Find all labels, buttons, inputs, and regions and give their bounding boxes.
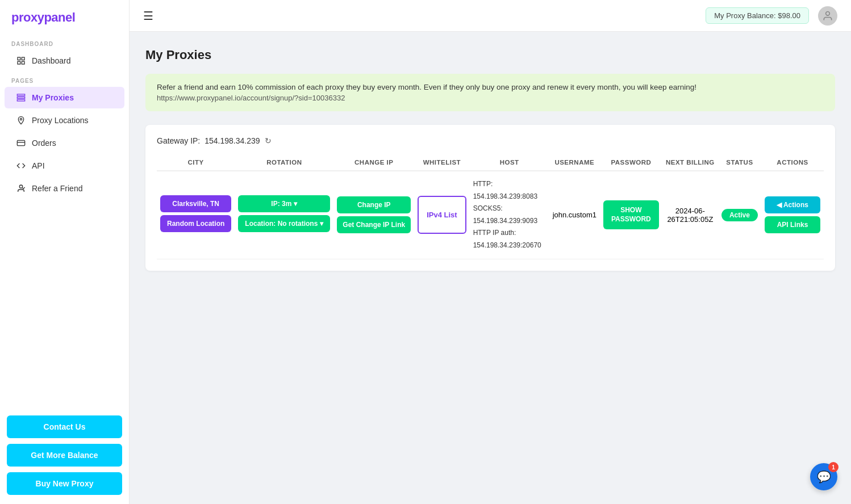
- sidebar-item-refer[interactable]: Refer a Friend: [5, 178, 124, 199]
- dashboard-icon: [16, 56, 26, 66]
- username-value: john.custom1: [553, 211, 596, 219]
- chat-icon: 💬: [817, 470, 831, 484]
- sidebar-item-proxy-locations[interactable]: Proxy Locations: [5, 110, 124, 131]
- sidebar-refer-label: Refer a Friend: [32, 184, 82, 193]
- actions-cell: ◀ Actions API Links: [761, 171, 824, 259]
- col-change-ip: CHANGE IP: [333, 154, 414, 171]
- show-password-button[interactable]: SHOW PASSWORD: [603, 200, 659, 229]
- svg-point-9: [19, 185, 22, 188]
- proxy-card: Gateway IP: 154.198.34.239 ↻ CITY ROTATI…: [145, 125, 835, 271]
- col-whitelist: WHITELIST: [414, 154, 469, 171]
- col-username: USERNAME: [549, 154, 600, 171]
- gateway-label: Gateway IP:: [157, 136, 200, 145]
- rotation-location-label: Location: No rotations: [245, 220, 318, 228]
- sidebar-item-my-proxies[interactable]: My Proxies: [5, 87, 124, 108]
- svg-rect-2: [18, 61, 20, 64]
- get-change-ip-link-button[interactable]: Get Change IP Link: [337, 216, 411, 233]
- svg-rect-0: [18, 57, 20, 60]
- orders-icon: [16, 138, 26, 148]
- get-more-balance-button[interactable]: Get More Balance: [7, 444, 122, 467]
- svg-rect-1: [22, 57, 24, 60]
- ipv4-list-button[interactable]: IPv4 List: [418, 196, 466, 234]
- password-cell: SHOW PASSWORD: [600, 171, 662, 259]
- referral-banner: Refer a friend and earn 10% commission o…: [145, 74, 835, 111]
- col-host: HOST: [470, 154, 549, 171]
- sidebar-item-api[interactable]: API: [5, 155, 124, 177]
- username-cell: john.custom1: [549, 171, 600, 259]
- chat-badge: 1: [828, 462, 839, 472]
- svg-rect-8: [17, 140, 24, 145]
- table-row: Clarksville, TN Random Location IP: 3m ▾…: [157, 171, 824, 259]
- svg-rect-6: [17, 99, 24, 101]
- section-label-dashboard: DASHBOARD: [0, 35, 129, 49]
- col-status: STATUS: [718, 154, 761, 171]
- referral-link[interactable]: https://www.proxypanel.io/account/signup…: [157, 94, 824, 102]
- main-content: ☰ My Proxy Balance: $98.00 My Proxies Re…: [130, 0, 851, 504]
- host-http: HTTP: 154.198.34.239:8083: [473, 178, 546, 203]
- sidebar-my-proxies-label: My Proxies: [32, 93, 74, 102]
- gateway-ip: 154.198.34.239: [205, 136, 260, 145]
- city-secondary-button[interactable]: Random Location: [160, 215, 231, 232]
- proxy-locations-icon: [16, 115, 26, 125]
- buy-new-proxy-button[interactable]: Buy New Proxy: [7, 472, 122, 495]
- avatar[interactable]: [818, 6, 837, 26]
- rotation-ip-chevron: ▾: [294, 200, 297, 208]
- svg-point-7: [20, 118, 22, 120]
- city-cell: Clarksville, TN Random Location: [157, 171, 235, 259]
- change-ip-cell: Change IP Get Change IP Link: [333, 171, 414, 259]
- actions-button[interactable]: ◀ Actions: [765, 196, 820, 213]
- sidebar-api-label: API: [32, 161, 45, 170]
- col-city: CITY: [157, 154, 235, 171]
- chat-bubble[interactable]: 💬 1: [810, 463, 837, 490]
- rotation-location-button[interactable]: Location: No rotations ▾: [238, 215, 330, 232]
- host-http-auth: HTTP IP auth: 154.198.34.239:20670: [473, 227, 546, 251]
- referral-text: Refer a friend and earn 10% commission o…: [157, 83, 824, 91]
- contact-us-button[interactable]: Contact Us: [7, 415, 122, 438]
- sidebar-proxy-locations-label: Proxy Locations: [32, 116, 89, 125]
- hamburger-button[interactable]: ☰: [143, 9, 153, 23]
- sidebar-orders-label: Orders: [32, 138, 56, 148]
- sidebar-item-dashboard[interactable]: Dashboard: [5, 50, 124, 72]
- balance-badge[interactable]: My Proxy Balance: $98.00: [706, 7, 809, 24]
- col-password: PASSWORD: [600, 154, 662, 171]
- col-next-billing: NEXT BILLING: [662, 154, 718, 171]
- host-cell: HTTP: 154.198.34.239:8083 SOCKS5: 154.19…: [470, 171, 549, 259]
- sidebar: proxypanel DASHBOARD Dashboard PAGES My …: [0, 0, 130, 504]
- gateway-header: Gateway IP: 154.198.34.239 ↻: [157, 136, 824, 145]
- rotation-ip-label: IP: 3m: [271, 200, 291, 208]
- status-cell: Active: [718, 171, 761, 259]
- svg-rect-5: [17, 97, 24, 99]
- table-header: CITY ROTATION CHANGE IP WHITELIST HOST U…: [157, 154, 824, 171]
- status-badge: Active: [721, 209, 758, 221]
- my-proxies-icon: [16, 93, 26, 103]
- sidebar-item-orders[interactable]: Orders: [5, 132, 124, 154]
- svg-point-10: [826, 11, 830, 15]
- svg-rect-4: [17, 94, 24, 96]
- next-billing-value: 2024-06-26T21:05:05Z: [667, 207, 713, 224]
- col-actions: ACTIONS: [761, 154, 824, 171]
- api-icon: [16, 161, 26, 171]
- city-primary-button[interactable]: Clarksville, TN: [160, 195, 231, 212]
- table-body: Clarksville, TN Random Location IP: 3m ▾…: [157, 171, 824, 259]
- svg-rect-3: [22, 61, 24, 64]
- content-area: My Proxies Refer a friend and earn 10% c…: [130, 32, 851, 504]
- whitelist-cell: IPv4 List: [414, 171, 469, 259]
- change-ip-button[interactable]: Change IP: [337, 196, 411, 213]
- refresh-icon[interactable]: ↻: [265, 136, 272, 145]
- sidebar-logo: proxypanel: [0, 0, 129, 35]
- rotation-ip-button[interactable]: IP: 3m ▾: [238, 195, 330, 212]
- header: ☰ My Proxy Balance: $98.00: [130, 0, 851, 32]
- api-links-button[interactable]: API Links: [765, 216, 820, 233]
- refer-icon: [16, 183, 26, 194]
- col-rotation: ROTATION: [235, 154, 333, 171]
- next-billing-cell: 2024-06-26T21:05:05Z: [662, 171, 718, 259]
- sidebar-dashboard-label: Dashboard: [32, 56, 71, 65]
- host-socks5: SOCKS5: 154.198.34.239:9093: [473, 203, 546, 227]
- sidebar-bottom: Contact Us Get More Balance Buy New Prox…: [0, 406, 129, 504]
- page-title: My Proxies: [145, 48, 835, 62]
- proxy-table: CITY ROTATION CHANGE IP WHITELIST HOST U…: [157, 154, 824, 259]
- rotation-cell: IP: 3m ▾ Location: No rotations ▾: [235, 171, 333, 259]
- rotation-loc-chevron: ▾: [320, 220, 323, 228]
- section-label-pages: PAGES: [0, 72, 129, 86]
